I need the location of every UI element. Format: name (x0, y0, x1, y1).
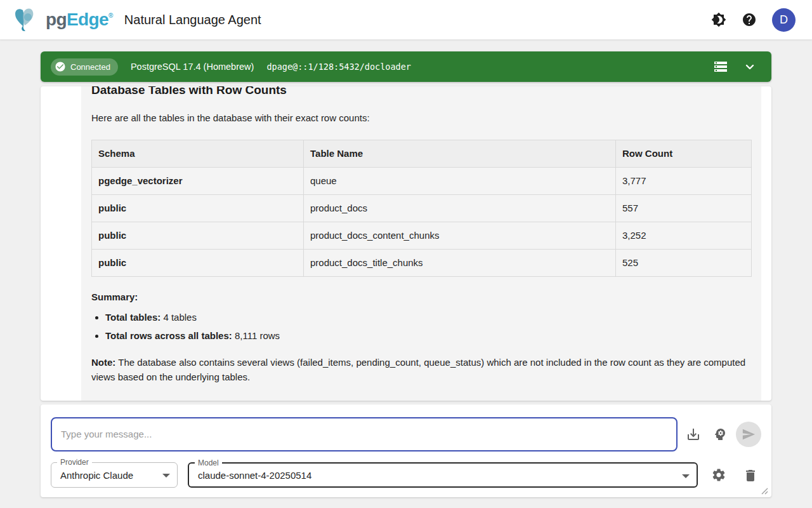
column-header-schema: Schema (92, 140, 304, 168)
column-header-row-count: Row Count (616, 140, 752, 168)
connected-status-badge: Connected (51, 58, 118, 76)
help-icon (742, 12, 757, 27)
bullet-value: 8,111 rows (232, 330, 280, 341)
trash-icon (743, 468, 758, 483)
dark-mode-toggle-button[interactable] (711, 12, 726, 27)
list-item: Total rows across all tables: 8,111 rows (105, 330, 751, 342)
help-button[interactable] (742, 12, 757, 27)
schema-cell: public (92, 195, 304, 222)
download-button[interactable] (686, 427, 701, 442)
psychology-icon (712, 427, 728, 442)
bullet-label: Total rows across all tables: (105, 330, 232, 341)
reasoning-button[interactable] (712, 427, 728, 442)
note-label: Note: (91, 357, 115, 368)
row-count-cell: 3,252 (616, 222, 752, 250)
app-header: pgEdge® Natural Language Agent D (0, 0, 812, 40)
bullet-value: 4 tables (160, 312, 197, 323)
summary-heading: Summary: (91, 291, 751, 304)
connected-status-label: Connected (70, 62, 110, 72)
model-select[interactable]: Model claude-sonnet-4-20250514 (188, 462, 698, 488)
table-name-cell: product_docs_title_chunks (304, 250, 616, 277)
column-header-table-name: Table Name (304, 140, 616, 168)
bullet-label: Total tables: (105, 312, 160, 323)
schema-cell: pgedge_vectorizer (92, 168, 304, 195)
message-input[interactable] (51, 417, 678, 451)
table-row: public product_docs_content_chunks 3,252 (92, 222, 752, 250)
row-count-cell: 557 (616, 195, 752, 222)
clear-chat-button[interactable] (743, 468, 758, 483)
send-icon (742, 427, 756, 441)
resize-handle[interactable] (761, 488, 768, 495)
gear-icon (711, 467, 726, 483)
note-paragraph: Note: The database also contains several… (91, 355, 751, 384)
dark-mode-icon (711, 12, 726, 27)
schema-cell: public (92, 250, 304, 277)
summary-list: Total tables: 4 tables Total rows across… (91, 311, 751, 342)
note-text: The database also contains several views… (91, 357, 745, 382)
row-count-cell: 525 (616, 250, 752, 277)
server-version-label: PostgreSQL 17.4 (Homebrew) (131, 62, 254, 72)
table-row: public product_docs 557 (92, 195, 752, 222)
pgedge-logo: pgEdge® (14, 6, 113, 33)
pgedge-logo-text: pgEdge® (46, 10, 113, 30)
composer-panel: Provider Anthropic Claude Model claude-s… (41, 404, 771, 497)
model-select-value: claude-sonnet-4-20250514 (198, 464, 311, 486)
chat-history-panel: Database Tables with Row Counts Here are… (41, 86, 771, 401)
settings-button[interactable] (711, 467, 726, 483)
schema-cell: public (92, 222, 304, 250)
chevron-down-icon (162, 474, 170, 478)
table-name-cell: queue (304, 168, 616, 195)
storage-icon (713, 59, 728, 74)
table-row: public product_docs_title_chunks 525 (92, 250, 752, 277)
send-button[interactable] (736, 422, 761, 447)
user-avatar[interactable]: D (772, 8, 796, 32)
pgedge-logo-icon (14, 6, 44, 33)
connection-expand-button[interactable] (742, 59, 757, 74)
row-counts-table: Schema Table Name Row Count pgedge_vecto… (91, 140, 752, 277)
list-item: Total tables: 4 tables (105, 311, 751, 324)
assistant-message-bubble: Database Tables with Row Counts Here are… (81, 86, 761, 401)
row-count-cell: 3,777 (616, 168, 752, 195)
connection-string-label: dpage@::1/128:5432/docloader (266, 62, 411, 72)
table-name-cell: product_docs_content_chunks (304, 222, 616, 250)
chevron-down-icon (742, 59, 757, 74)
table-row: pgedge_vectorizer queue 3,777 (92, 168, 752, 195)
table-name-cell: product_docs (304, 195, 616, 222)
provider-select[interactable]: Provider Anthropic Claude (51, 462, 178, 488)
message-intro-text: Here are all the tables in the database … (91, 112, 751, 124)
table-header-row: Schema Table Name Row Count (92, 140, 752, 168)
message-heading: Database Tables with Row Counts (91, 86, 751, 98)
check-circle-icon (55, 61, 66, 72)
chevron-down-icon (682, 474, 690, 478)
download-icon (686, 427, 701, 442)
page-title: Natural Language Agent (124, 13, 261, 27)
database-list-button[interactable] (713, 59, 728, 74)
provider-select-value: Anthropic Claude (60, 463, 133, 487)
connection-status-bar[interactable]: Connected PostgreSQL 17.4 (Homebrew) dpa… (41, 51, 771, 82)
